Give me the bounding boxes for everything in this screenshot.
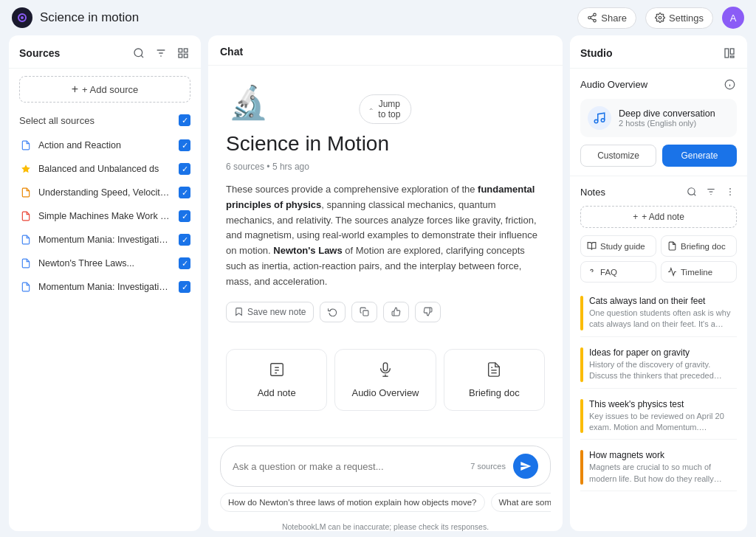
add-icon: +	[72, 83, 78, 96]
source-type-icon	[19, 233, 32, 246]
chat-meta: 6 sources • 5 hrs ago	[226, 162, 545, 172]
generate-button[interactable]: Generate	[662, 145, 737, 167]
layout-studio-icon[interactable]	[722, 46, 737, 60]
svg-line-6	[591, 18, 594, 20]
svg-point-34	[594, 119, 598, 123]
layout-sources-icon[interactable]	[176, 46, 190, 60]
search-sources-icon[interactable]	[131, 46, 146, 60]
deep-dive-title: Deep dive conversation	[619, 108, 729, 119]
studio-panel-title: Studio	[580, 47, 613, 59]
customize-button[interactable]: Customize	[580, 145, 656, 167]
add-source-button[interactable]: + + Add source	[19, 76, 190, 103]
deep-dive-card: Deep dive conversation 2 hosts (English …	[580, 99, 737, 137]
notes-icons	[685, 185, 737, 198]
source-checkbox[interactable]: ✓	[179, 163, 190, 175]
filter-sources-icon[interactable]	[154, 46, 168, 60]
quick-suggestion-2[interactable]: What are some famous physics experiments…	[491, 493, 551, 512]
faq-button[interactable]: FAQ	[580, 261, 656, 283]
note-title: How magnets work	[589, 450, 737, 460]
more-notes-icon[interactable]	[724, 185, 737, 198]
svg-point-40	[729, 188, 731, 190]
svg-point-2	[21, 16, 24, 19]
add-note-card-icon	[269, 361, 285, 381]
svg-point-41	[729, 191, 731, 193]
audio-overview-info-icon[interactable]	[723, 77, 737, 91]
source-checkbox[interactable]: ✓	[179, 210, 190, 222]
sources-panel: Sources + + Add source Select all source…	[9, 35, 201, 531]
chat-bottom: 7 sources How do Newton's three laws of …	[208, 437, 563, 519]
note-item[interactable]: This week's physics test Key issues to b…	[580, 393, 737, 440]
settings-button[interactable]: Settings	[645, 7, 713, 29]
source-type-icon	[19, 280, 32, 294]
svg-point-42	[729, 194, 731, 195]
svg-marker-17	[21, 164, 30, 173]
source-item[interactable]: Balanced and Unbalanced ds ✓	[9, 157, 201, 181]
chat-action-cards: Add note Audio Overview Briefing doc	[226, 349, 545, 411]
send-button[interactable]	[513, 454, 538, 479]
jump-to-top-button[interactable]: Jump to top	[359, 94, 411, 124]
note-item[interactable]: Ideas for paper on gravity History of th…	[580, 342, 737, 389]
note-title: Ideas for paper on gravity	[589, 347, 737, 358]
copy-button[interactable]	[351, 302, 377, 322]
study-guide-button[interactable]: Study guide	[580, 235, 656, 257]
bookmark-icon	[234, 307, 244, 316]
sources-panel-header: Sources	[9, 35, 201, 69]
source-item[interactable]: Momentum Mania: Investigating th... ✓	[9, 228, 201, 252]
note-color-bar	[580, 450, 583, 485]
source-item[interactable]: Action and Reaction ✓	[9, 134, 201, 157]
main-layout: Sources + + Add source Select all source…	[0, 35, 756, 537]
audio-overview-card-label: Audio Overview	[351, 387, 419, 398]
header-right: Share Settings A	[577, 7, 744, 29]
svg-rect-23	[383, 362, 388, 370]
add-note-card[interactable]: Add note	[226, 349, 327, 411]
source-item[interactable]: Momentum Mania: Investigating th... ✓	[9, 275, 201, 299]
source-item[interactable]: Newton's Three Laws... ✓	[9, 252, 201, 275]
source-checkbox[interactable]: ✓	[179, 281, 190, 293]
note-item[interactable]: Cats always land on their feet One quest…	[580, 290, 737, 337]
thumbs-down-button[interactable]	[415, 302, 441, 322]
timeline-button[interactable]: Timeline	[661, 261, 737, 283]
source-item[interactable]: Understanding Speed, Velocity and... ✓	[9, 181, 201, 204]
studio-panel: Studio Audio Overview Deep dive conversa…	[570, 35, 747, 531]
briefing-doc-button[interactable]: Briefing doc	[661, 235, 737, 257]
note-item[interactable]: How magnets work Magnets are crucial to …	[580, 444, 737, 491]
audio-overview-card-icon	[377, 361, 394, 381]
app-logo	[12, 7, 32, 28]
source-item[interactable]: Simple Machines Make Work Easier... ✓	[9, 204, 201, 228]
thumbs-up-button[interactable]	[383, 302, 409, 322]
select-all-checkbox[interactable]: ✓	[179, 114, 190, 126]
svg-point-5	[594, 19, 597, 22]
undo-button[interactable]	[320, 302, 346, 322]
select-all-row: Select all sources ✓	[9, 110, 201, 131]
save-new-note-button[interactable]: Save new note	[226, 302, 314, 322]
chat-main-title: Science in Motion	[226, 132, 545, 156]
audio-wave-icon	[588, 106, 611, 130]
svg-line-7	[591, 15, 594, 17]
search-notes-icon[interactable]	[685, 185, 698, 198]
note-color-bar	[580, 399, 583, 434]
science-icon: 🔬	[226, 80, 270, 125]
filter-notes-icon[interactable]	[704, 185, 718, 198]
chat-actions: Save new note	[226, 302, 545, 322]
timeline-icon	[667, 267, 677, 277]
briefing-doc-card[interactable]: Briefing doc	[444, 349, 545, 411]
add-note-button[interactable]: + + Add note	[580, 206, 737, 228]
chat-input[interactable]	[233, 461, 463, 472]
quick-suggestion-1[interactable]: How do Newton's three laws of motion exp…	[220, 493, 485, 512]
note-type-buttons: Study guide Briefing doc FAQ Timeline	[580, 235, 737, 283]
source-checkbox[interactable]: ✓	[179, 187, 190, 198]
audio-overview-card[interactable]: Audio Overview	[334, 349, 436, 411]
svg-rect-30	[730, 56, 734, 58]
source-label: Action and Reaction	[38, 140, 173, 150]
svg-rect-15	[184, 54, 188, 58]
studio-panel-header: Studio	[570, 35, 747, 69]
source-label: Balanced and Unbalanced ds	[38, 164, 173, 174]
chat-panel-title: Chat	[220, 46, 243, 58]
user-avatar[interactable]: A	[722, 7, 744, 29]
faq-icon	[587, 267, 597, 277]
source-checkbox[interactable]: ✓	[179, 257, 190, 269]
share-button[interactable]: Share	[577, 7, 636, 29]
source-checkbox[interactable]: ✓	[179, 234, 190, 246]
deep-dive-info: Deep dive conversation 2 hosts (English …	[619, 108, 729, 128]
source-checkbox[interactable]: ✓	[179, 139, 190, 151]
